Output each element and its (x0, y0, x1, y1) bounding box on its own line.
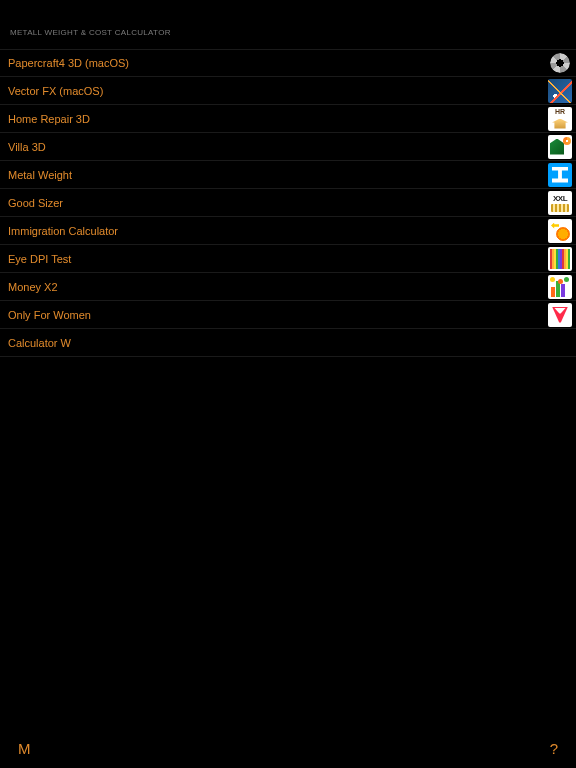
help-button[interactable]: ? (550, 740, 558, 757)
goodsizer-icon (548, 191, 572, 215)
page-title: METALL WEIGHT & COST CALCULATOR (10, 28, 171, 37)
list-item-label: Villa 3D (8, 141, 46, 153)
moneyx2-icon (548, 275, 572, 299)
list-item-label: Papercraft4 3D (macOS) (8, 57, 129, 69)
list-item[interactable]: Immigration Calculator (0, 217, 576, 245)
list-item-label: Vector FX (macOS) (8, 85, 103, 97)
list-item[interactable]: Money X2 (0, 273, 576, 301)
papercraft-icon (548, 51, 572, 75)
immigration-icon (548, 219, 572, 243)
list-item-label: Immigration Calculator (8, 225, 118, 237)
list-item-label: Money X2 (8, 281, 58, 293)
list-item-label: Calculator W (8, 337, 71, 349)
list-item[interactable]: Metal Weight (0, 161, 576, 189)
list-item[interactable]: Only For Women (0, 301, 576, 329)
list-item-label: Metal Weight (8, 169, 72, 181)
list-item-label: Only For Women (8, 309, 91, 321)
villa-icon (548, 135, 572, 159)
eyedpi-icon (548, 247, 572, 271)
calculatorw-icon (548, 331, 572, 355)
list-item[interactable]: Vector FX (macOS) (0, 77, 576, 105)
list-item-label: Good Sizer (8, 197, 63, 209)
list-item-label: Home Repair 3D (8, 113, 90, 125)
list-item[interactable]: Good Sizer (0, 189, 576, 217)
vectorfx-icon (548, 79, 572, 103)
homerepair-icon (548, 107, 572, 131)
list-item[interactable]: Villa 3D (0, 133, 576, 161)
metalweight-icon (548, 163, 572, 187)
list-item[interactable]: Calculator W (0, 329, 576, 357)
list-item[interactable]: Papercraft4 3D (macOS) (0, 49, 576, 77)
list-item[interactable]: Eye DPI Test (0, 245, 576, 273)
list-item-label: Eye DPI Test (8, 253, 71, 265)
footer-toolbar: M ? (0, 736, 576, 768)
onlyforwomen-icon (548, 303, 572, 327)
menu-button[interactable]: M (18, 740, 31, 757)
list-item[interactable]: Home Repair 3D (0, 105, 576, 133)
app-list: Papercraft4 3D (macOS) Vector FX (macOS)… (0, 49, 576, 357)
